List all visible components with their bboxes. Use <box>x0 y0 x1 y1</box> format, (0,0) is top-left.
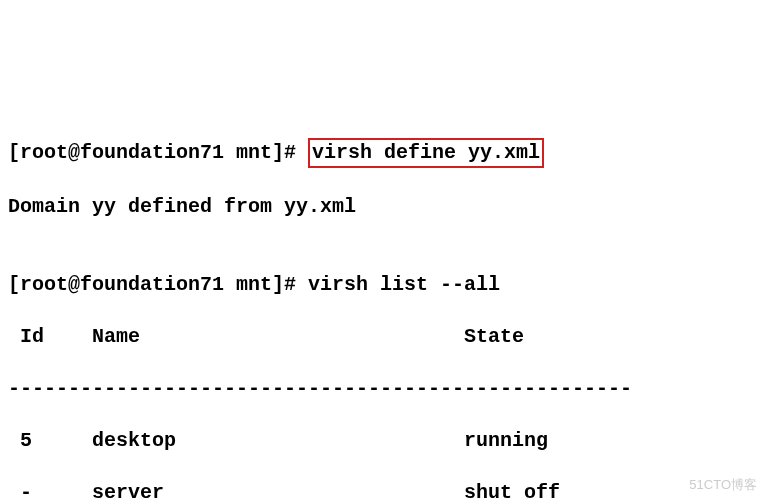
table-row: - server shut off <box>8 480 759 500</box>
prompt: [root@foundation71 mnt]# <box>8 141 308 164</box>
line: [root@foundation71 mnt]# virsh define yy… <box>8 138 759 168</box>
terminal-output: [root@foundation71 mnt]# virsh define yy… <box>8 112 759 500</box>
table-row: 5 desktop running <box>8 428 759 454</box>
watermark: 51CTO博客 <box>689 477 757 494</box>
line: [root@foundation71 mnt]# virsh list --al… <box>8 272 759 298</box>
table-header: Id Name State <box>8 324 759 350</box>
dash-line: ----------------------------------------… <box>8 376 759 402</box>
output-line: Domain yy defined from yy.xml <box>8 194 759 220</box>
cmd-define-highlight: virsh define yy.xml <box>308 138 544 168</box>
